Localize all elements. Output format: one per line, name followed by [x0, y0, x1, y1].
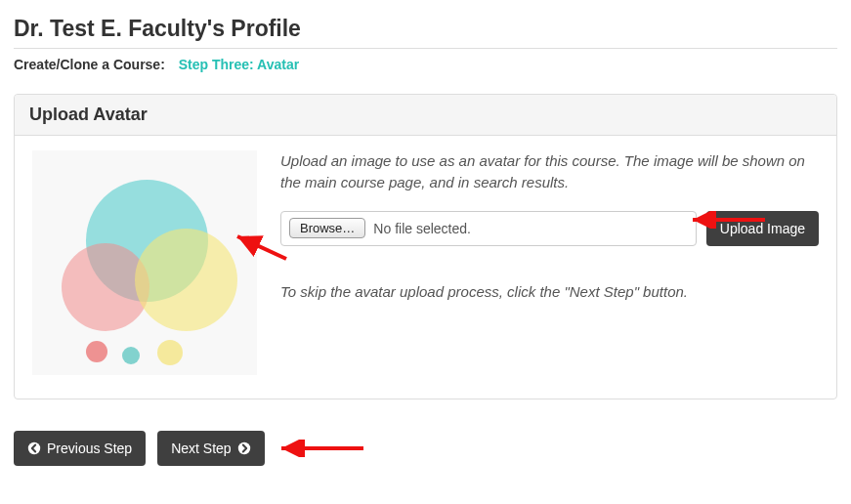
avatar-placeholder-icon — [122, 347, 140, 364]
breadcrumb-label: Create/Clone a Course: — [14, 57, 165, 72]
page-title: Dr. Test E. Faculty's Profile — [14, 16, 837, 42]
browse-button[interactable]: Browse… — [289, 218, 365, 238]
chevron-right-icon — [237, 441, 251, 455]
upload-image-label: Upload Image — [720, 221, 805, 236]
skip-instruction: To skip the avatar upload process, click… — [280, 283, 819, 300]
avatar-placeholder-icon — [86, 341, 107, 362]
previous-step-label: Previous Step — [47, 441, 132, 456]
upload-controls: Upload an image to use as an avatar for … — [257, 150, 819, 300]
next-step-label: Next Step — [171, 441, 231, 456]
avatar-placeholder-icon — [135, 229, 237, 331]
instruction-text: Upload an image to use as an avatar for … — [280, 150, 819, 193]
annotation-arrow-icon — [277, 440, 365, 457]
breadcrumb-step: Step Three: Avatar — [179, 57, 299, 72]
divider — [14, 48, 837, 49]
svg-point-2 — [28, 442, 40, 454]
breadcrumb: Create/Clone a Course: Step Three: Avata… — [14, 57, 837, 72]
previous-step-button[interactable]: Previous Step — [14, 431, 146, 466]
svg-point-3 — [237, 442, 249, 454]
file-status: No file selected. — [373, 221, 471, 236]
wizard-nav: Previous Step Next Step — [14, 431, 837, 466]
avatar-placeholder-icon — [157, 340, 183, 365]
panel-body: Upload an image to use as an avatar for … — [15, 136, 836, 399]
upload-avatar-panel: Upload Avatar Upload an image to use as … — [14, 94, 837, 399]
file-input[interactable]: Browse… No file selected. — [280, 211, 697, 246]
panel-heading: Upload Avatar — [15, 95, 836, 136]
chevron-left-icon — [27, 441, 41, 455]
upload-image-button[interactable]: Upload Image — [706, 211, 819, 246]
avatar-preview — [32, 150, 257, 375]
file-row: Browse… No file selected. Upload Image — [280, 211, 819, 246]
next-step-button[interactable]: Next Step — [157, 431, 264, 466]
